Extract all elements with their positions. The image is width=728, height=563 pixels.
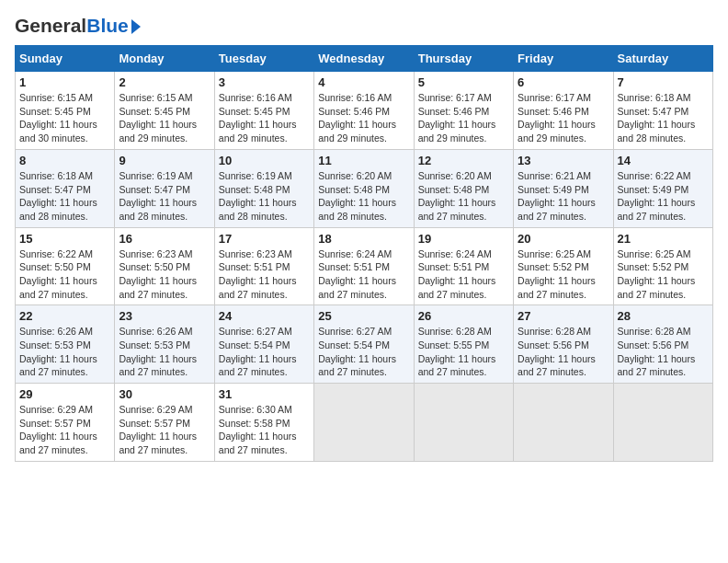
day-info: Sunrise: 6:27 AM Sunset: 5:54 PM Dayligh… [219, 325, 310, 379]
page-header: GeneralBlue [15, 15, 713, 36]
day-number: 16 [119, 232, 210, 246]
calendar-cell: 29Sunrise: 6:29 AM Sunset: 5:57 PM Dayli… [16, 384, 115, 462]
calendar-cell: 25Sunrise: 6:27 AM Sunset: 5:54 PM Dayli… [314, 305, 414, 384]
day-number: 29 [19, 387, 110, 401]
day-info: Sunrise: 6:16 AM Sunset: 5:45 PM Dayligh… [219, 91, 310, 145]
calendar-header-wednesday: Wednesday [314, 46, 414, 72]
day-info: Sunrise: 6:15 AM Sunset: 5:45 PM Dayligh… [119, 91, 210, 145]
calendar-header-row: SundayMondayTuesdayWednesdayThursdayFrid… [16, 46, 713, 72]
logo: GeneralBlue [15, 15, 141, 36]
day-number: 14 [618, 154, 709, 167]
day-number: 26 [418, 309, 509, 323]
calendar-cell: 20Sunrise: 6:25 AM Sunset: 5:52 PM Dayli… [514, 227, 613, 305]
day-info: Sunrise: 6:20 AM Sunset: 5:48 PM Dayligh… [418, 169, 509, 224]
day-info: Sunrise: 6:27 AM Sunset: 5:54 PM Dayligh… [318, 325, 409, 379]
calendar-cell: 3Sunrise: 6:16 AM Sunset: 5:45 PM Daylig… [214, 72, 313, 150]
calendar-cell: 12Sunrise: 6:20 AM Sunset: 5:48 PM Dayli… [414, 149, 513, 227]
calendar-cell: 8Sunrise: 6:18 AM Sunset: 5:47 PM Daylig… [16, 149, 115, 227]
day-info: Sunrise: 6:17 AM Sunset: 5:46 PM Dayligh… [518, 91, 609, 145]
day-info: Sunrise: 6:16 AM Sunset: 5:46 PM Dayligh… [318, 91, 409, 145]
day-number: 27 [518, 309, 609, 323]
calendar-week-row: 29Sunrise: 6:29 AM Sunset: 5:57 PM Dayli… [16, 384, 713, 462]
calendar-cell: 27Sunrise: 6:28 AM Sunset: 5:56 PM Dayli… [514, 305, 613, 384]
day-number: 19 [418, 232, 509, 246]
day-info: Sunrise: 6:22 AM Sunset: 5:49 PM Dayligh… [618, 169, 709, 224]
logo-blue: Blue [86, 15, 129, 36]
day-number: 30 [119, 387, 210, 401]
calendar-cell: 18Sunrise: 6:24 AM Sunset: 5:51 PM Dayli… [314, 227, 414, 305]
calendar-cell: 28Sunrise: 6:28 AM Sunset: 5:56 PM Dayli… [613, 305, 712, 384]
calendar-cell: 23Sunrise: 6:26 AM Sunset: 5:53 PM Dayli… [115, 305, 214, 384]
calendar-cell: 14Sunrise: 6:22 AM Sunset: 5:49 PM Dayli… [613, 149, 712, 227]
calendar-cell: 7Sunrise: 6:18 AM Sunset: 5:47 PM Daylig… [613, 72, 712, 150]
day-number: 23 [119, 309, 210, 323]
day-info: Sunrise: 6:30 AM Sunset: 5:58 PM Dayligh… [219, 403, 310, 457]
calendar-cell: 6Sunrise: 6:17 AM Sunset: 5:46 PM Daylig… [514, 72, 613, 150]
day-number: 28 [618, 309, 709, 323]
calendar-cell: 4Sunrise: 6:16 AM Sunset: 5:46 PM Daylig… [314, 72, 414, 150]
day-number: 20 [518, 232, 609, 246]
day-info: Sunrise: 6:29 AM Sunset: 5:57 PM Dayligh… [19, 403, 110, 457]
day-number: 17 [219, 232, 310, 246]
logo-arrow-icon [131, 19, 141, 34]
day-info: Sunrise: 6:29 AM Sunset: 5:57 PM Dayligh… [119, 403, 210, 457]
calendar-cell [613, 384, 712, 462]
calendar-cell [314, 384, 414, 462]
calendar-cell: 11Sunrise: 6:20 AM Sunset: 5:48 PM Dayli… [314, 149, 414, 227]
day-info: Sunrise: 6:28 AM Sunset: 5:56 PM Dayligh… [618, 325, 709, 379]
calendar-cell: 5Sunrise: 6:17 AM Sunset: 5:46 PM Daylig… [414, 72, 513, 150]
day-number: 5 [418, 75, 509, 89]
calendar-week-row: 15Sunrise: 6:22 AM Sunset: 5:50 PM Dayli… [16, 227, 713, 305]
calendar-cell: 21Sunrise: 6:25 AM Sunset: 5:52 PM Dayli… [613, 227, 712, 305]
day-info: Sunrise: 6:28 AM Sunset: 5:56 PM Dayligh… [518, 325, 609, 379]
day-number: 24 [219, 309, 310, 323]
day-info: Sunrise: 6:18 AM Sunset: 5:47 PM Dayligh… [19, 169, 110, 224]
calendar-week-row: 22Sunrise: 6:26 AM Sunset: 5:53 PM Dayli… [16, 305, 713, 384]
calendar-cell: 22Sunrise: 6:26 AM Sunset: 5:53 PM Dayli… [16, 305, 115, 384]
calendar-header-tuesday: Tuesday [214, 46, 313, 72]
day-number: 1 [19, 75, 110, 89]
logo-general: General [15, 15, 86, 36]
day-number: 21 [618, 232, 709, 246]
calendar-cell: 16Sunrise: 6:23 AM Sunset: 5:50 PM Dayli… [115, 227, 214, 305]
day-number: 18 [318, 232, 409, 246]
day-info: Sunrise: 6:18 AM Sunset: 5:47 PM Dayligh… [618, 91, 709, 145]
calendar-cell: 2Sunrise: 6:15 AM Sunset: 5:45 PM Daylig… [115, 72, 214, 150]
day-info: Sunrise: 6:26 AM Sunset: 5:53 PM Dayligh… [19, 325, 110, 379]
day-info: Sunrise: 6:25 AM Sunset: 5:52 PM Dayligh… [518, 247, 609, 302]
day-info: Sunrise: 6:15 AM Sunset: 5:45 PM Dayligh… [19, 91, 110, 145]
day-number: 15 [19, 232, 110, 246]
calendar-table: SundayMondayTuesdayWednesdayThursdayFrid… [15, 45, 713, 462]
day-number: 7 [618, 75, 709, 89]
calendar-cell: 30Sunrise: 6:29 AM Sunset: 5:57 PM Dayli… [115, 384, 214, 462]
calendar-cell [414, 384, 513, 462]
day-number: 31 [219, 387, 310, 401]
day-info: Sunrise: 6:23 AM Sunset: 5:50 PM Dayligh… [119, 247, 210, 302]
day-number: 22 [19, 309, 110, 323]
calendar-cell: 1Sunrise: 6:15 AM Sunset: 5:45 PM Daylig… [16, 72, 115, 150]
calendar-cell: 17Sunrise: 6:23 AM Sunset: 5:51 PM Dayli… [214, 227, 313, 305]
day-number: 4 [318, 75, 409, 89]
day-number: 10 [219, 154, 310, 167]
calendar-header-sunday: Sunday [16, 46, 115, 72]
day-info: Sunrise: 6:20 AM Sunset: 5:48 PM Dayligh… [318, 169, 409, 224]
calendar-cell: 24Sunrise: 6:27 AM Sunset: 5:54 PM Dayli… [214, 305, 313, 384]
day-info: Sunrise: 6:23 AM Sunset: 5:51 PM Dayligh… [219, 247, 310, 302]
day-info: Sunrise: 6:22 AM Sunset: 5:50 PM Dayligh… [19, 247, 110, 302]
calendar-cell [514, 384, 613, 462]
day-number: 11 [318, 154, 409, 167]
calendar-week-row: 1Sunrise: 6:15 AM Sunset: 5:45 PM Daylig… [16, 72, 713, 150]
calendar-header-friday: Friday [514, 46, 613, 72]
calendar-header-thursday: Thursday [414, 46, 513, 72]
day-number: 25 [318, 309, 409, 323]
day-info: Sunrise: 6:25 AM Sunset: 5:52 PM Dayligh… [618, 247, 709, 302]
calendar-cell: 10Sunrise: 6:19 AM Sunset: 5:48 PM Dayli… [214, 149, 313, 227]
day-number: 12 [418, 154, 509, 167]
day-number: 3 [219, 75, 310, 89]
calendar-cell: 9Sunrise: 6:19 AM Sunset: 5:47 PM Daylig… [115, 149, 214, 227]
day-number: 9 [119, 154, 210, 167]
day-number: 2 [119, 75, 210, 89]
day-info: Sunrise: 6:17 AM Sunset: 5:46 PM Dayligh… [418, 91, 509, 145]
day-number: 6 [518, 75, 609, 89]
calendar-header-monday: Monday [115, 46, 214, 72]
